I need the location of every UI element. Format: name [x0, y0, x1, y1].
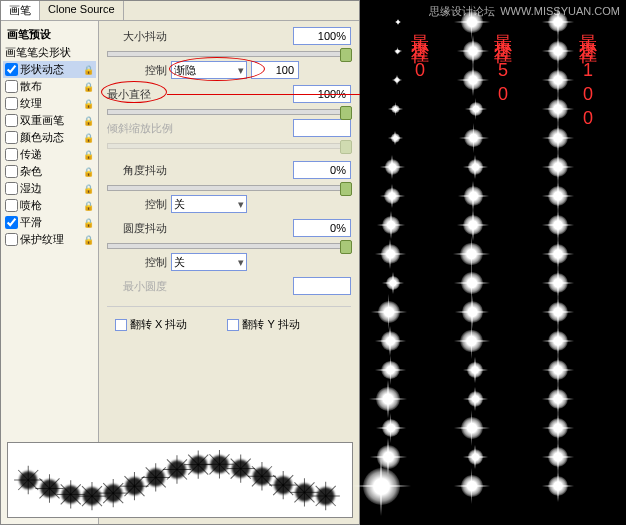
- tabs: 画笔 Clone Source: [1, 1, 359, 21]
- round-jitter-label: 圆度抖动: [107, 221, 167, 236]
- size-jitter-slider[interactable]: [107, 51, 351, 57]
- control1-select[interactable]: 渐隐: [171, 61, 247, 79]
- lock-icon: 🔒: [83, 99, 94, 109]
- lock-icon: 🔒: [83, 65, 94, 75]
- sidebar-check-4[interactable]: [5, 114, 18, 127]
- min-diameter-input[interactable]: [293, 85, 351, 103]
- control3-label: 控制: [107, 255, 167, 270]
- flip-x[interactable]: 翻转 X 抖动: [115, 317, 187, 332]
- sidebar-check-8[interactable]: [5, 182, 18, 195]
- lock-icon: 🔒: [83, 218, 94, 228]
- watermark: 思缘设计论坛 WWW.MISSYUAN.COM: [429, 4, 620, 19]
- sidebar-item-9[interactable]: 喷枪🔒: [3, 197, 96, 214]
- tilt-label: 倾斜缩放比例: [107, 121, 173, 136]
- sidebar-check-11[interactable]: [5, 233, 18, 246]
- sidebar-check-5[interactable]: [5, 131, 18, 144]
- sidebar-label-0: 画笔笔尖形状: [5, 45, 71, 60]
- tab-clone[interactable]: Clone Source: [40, 1, 124, 20]
- lock-icon: 🔒: [83, 167, 94, 177]
- brush-panel: 画笔 Clone Source 画笔预设 画笔笔尖形状形状动态🔒散布🔒纹理🔒双重…: [0, 0, 360, 525]
- angle-jitter-label: 角度抖动: [107, 163, 167, 178]
- round-jitter-input[interactable]: [293, 219, 351, 237]
- min-round-label: 最小圆度: [107, 279, 167, 294]
- lock-icon: 🔒: [83, 184, 94, 194]
- size-jitter-input[interactable]: [293, 27, 351, 45]
- sidebar-check-6[interactable]: [5, 148, 18, 161]
- min-diameter-label: 最小直径: [107, 87, 151, 102]
- sidebar-item-11[interactable]: 保护纹理🔒: [3, 231, 96, 248]
- sidebar-label-2: 散布: [20, 79, 42, 94]
- sidebar-check-1[interactable]: [5, 63, 18, 76]
- lock-icon: 🔒: [83, 235, 94, 245]
- sidebar-label-8: 湿边: [20, 181, 42, 196]
- sidebar-check-10[interactable]: [5, 216, 18, 229]
- flip-y[interactable]: 翻转 Y 抖动: [227, 317, 299, 332]
- col-label-1: 最小直径 50: [491, 20, 515, 108]
- sidebar-label-7: 杂色: [20, 164, 42, 179]
- control1-label: 控制: [107, 63, 167, 78]
- control3-select[interactable]: 关: [171, 253, 247, 271]
- sidebar-item-6[interactable]: 传递🔒: [3, 146, 96, 163]
- sidebar-item-3[interactable]: 纹理🔒: [3, 95, 96, 112]
- sidebar-check-3[interactable]: [5, 97, 18, 110]
- sidebar-label-10: 平滑: [20, 215, 42, 230]
- sidebar-item-4[interactable]: 双重画笔🔒: [3, 112, 96, 129]
- angle-jitter-slider[interactable]: .slider:nth-of-type(n)::after{}: [107, 185, 351, 191]
- sidebar-label-1: 形状动态: [20, 62, 64, 77]
- brush-preview: [7, 442, 353, 518]
- lock-icon: 🔒: [83, 201, 94, 211]
- tilt-input: [293, 119, 351, 137]
- sidebar-label-5: 颜色动态: [20, 130, 64, 145]
- sidebar-check-9[interactable]: [5, 199, 18, 212]
- sidebar-item-1[interactable]: 形状动态🔒: [3, 61, 96, 78]
- tilt-slider: [107, 143, 351, 149]
- sidebar-label-4: 双重画笔: [20, 113, 64, 128]
- control2-select[interactable]: 关: [171, 195, 247, 213]
- sidebar-item-10[interactable]: 平滑🔒: [3, 214, 96, 231]
- control2-label: 控制: [107, 197, 167, 212]
- sidebar-label-3: 纹理: [20, 96, 42, 111]
- sidebar-label-9: 喷枪: [20, 198, 42, 213]
- sidebar-item-2[interactable]: 散布🔒: [3, 78, 96, 95]
- sidebar-item-0[interactable]: 画笔笔尖形状: [3, 44, 96, 61]
- sidebar-label-11: 保护纹理: [20, 232, 64, 247]
- col-label-0: 最小直径 0: [408, 20, 432, 84]
- min-round-input: [293, 277, 351, 295]
- lock-icon: 🔒: [83, 82, 94, 92]
- size-jitter-label: 大小抖动: [107, 29, 167, 44]
- lock-icon: 🔒: [83, 116, 94, 126]
- sidebar-label-6: 传递: [20, 147, 42, 162]
- angle-jitter-input[interactable]: [293, 161, 351, 179]
- control1-num[interactable]: [251, 61, 299, 79]
- sidebar-item-8[interactable]: 湿边🔒: [3, 180, 96, 197]
- sidebar-title: 画笔预设: [3, 25, 96, 44]
- lock-icon: 🔒: [83, 133, 94, 143]
- round-jitter-slider[interactable]: [107, 243, 351, 249]
- sidebar-check-2[interactable]: [5, 80, 18, 93]
- col-label-2: 最小直径 100: [576, 20, 600, 132]
- sidebar-item-7[interactable]: 杂色🔒: [3, 163, 96, 180]
- canvas: 思缘设计论坛 WWW.MISSYUAN.COM 最小直径 0最小直径 50最小直…: [360, 0, 626, 525]
- sidebar-check-7[interactable]: [5, 165, 18, 178]
- lock-icon: 🔒: [83, 150, 94, 160]
- sidebar-item-5[interactable]: 颜色动态🔒: [3, 129, 96, 146]
- tab-brush[interactable]: 画笔: [1, 1, 40, 20]
- min-diameter-slider[interactable]: [107, 109, 351, 115]
